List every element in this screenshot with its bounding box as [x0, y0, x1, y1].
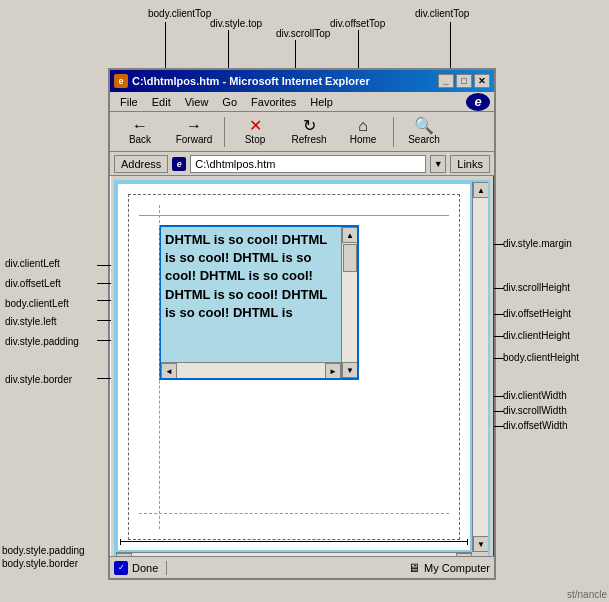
status-done-text: Done	[132, 562, 158, 574]
menu-go[interactable]: Go	[216, 94, 243, 110]
status-page-icon: ✓	[114, 561, 128, 575]
line-div-scroll-height	[494, 288, 504, 289]
back-icon: ←	[132, 118, 148, 134]
menu-favorites[interactable]: Favorites	[245, 94, 302, 110]
status-done-section: ✓ Done	[114, 561, 167, 575]
menu-bar: File Edit View Go Favorites Help e	[110, 92, 494, 112]
address-input[interactable]: C:\dhtmlpos.htm	[190, 155, 426, 173]
scroll-track-v	[342, 243, 357, 362]
line-div-style-left	[97, 320, 111, 321]
line-div-style-border	[97, 378, 111, 379]
line-div-scroll-width	[494, 411, 504, 412]
label-body-style-padding: body.style.padding	[2, 545, 85, 556]
toolbar-separator-1	[224, 117, 225, 147]
menu-help[interactable]: Help	[304, 94, 339, 110]
scroll-v[interactable]: ▲ ▼	[341, 227, 357, 378]
main-scroll-v[interactable]: ▲ ▼	[472, 182, 488, 552]
outer-dashed-border: ▲ ▼ ◄ ► DHTML is so cool! DHTML is so co…	[128, 194, 460, 540]
search-icon: 🔍	[414, 118, 434, 134]
line-div-offset-left	[97, 283, 111, 284]
div-content: DHTML is so cool! DHTML is so cool! DHTM…	[161, 227, 357, 342]
address-dropdown[interactable]: ▼	[430, 155, 446, 173]
menu-file[interactable]: File	[114, 94, 144, 110]
browser-icon: e	[114, 74, 128, 88]
scroll-down-button[interactable]: ▼	[342, 362, 358, 378]
label-body-style-border: body.style.border	[2, 558, 78, 569]
main-scroll-down[interactable]: ▼	[473, 536, 489, 552]
label-div-style-top: div.style.top	[210, 18, 262, 29]
label-div-style-left: div.style.left	[5, 316, 57, 327]
main-scroll-up[interactable]: ▲	[473, 182, 489, 198]
label-div-offset-top: div.offsetTop	[330, 18, 385, 29]
line-div-client-height	[494, 336, 504, 337]
label-div-style-padding: div.style.padding	[5, 336, 79, 347]
scroll-div[interactable]: ▲ ▼ ◄ ► DHTML is so cool! DHTML is so co…	[159, 225, 359, 380]
address-label: Address	[114, 155, 168, 173]
title-bar: e C:\dhtmlpos.htm - Microsoft Internet E…	[110, 70, 494, 92]
line-div-client-width	[494, 396, 504, 397]
refresh-label: Refresh	[291, 134, 326, 145]
menu-edit[interactable]: Edit	[146, 94, 177, 110]
home-icon: ⌂	[358, 118, 368, 134]
status-computer-section: 🖥 My Computer	[408, 561, 490, 575]
label-body-client-left: body.clientLeft	[5, 298, 69, 309]
stop-button[interactable]: ✕ Stop	[229, 114, 281, 150]
line-body-client-left	[97, 300, 111, 301]
address-bar: Address e C:\dhtmlpos.htm ▼ Links	[110, 152, 494, 176]
back-label: Back	[129, 134, 151, 145]
toolbar-separator-2	[393, 117, 394, 147]
label-div-client-height: div.clientHeight	[503, 330, 570, 341]
label-body-client-top: body.clientTop	[148, 8, 211, 19]
label-div-scroll-width: div.scrollWidth	[503, 405, 567, 416]
ie-logo: e	[466, 93, 490, 111]
label-div-scroll-top: div.scrollTop	[276, 28, 330, 39]
line-div-offset-width	[494, 426, 504, 427]
label-div-scroll-height: div.scrollHeight	[503, 282, 570, 293]
menu-view[interactable]: View	[179, 94, 215, 110]
browser-window: e C:\dhtmlpos.htm - Microsoft Internet E…	[108, 68, 496, 580]
line-div-style-padding	[97, 340, 111, 341]
label-div-client-width: div.clientWidth	[503, 390, 567, 401]
line-div-offset-height	[494, 314, 504, 315]
status-computer-text: My Computer	[424, 562, 490, 574]
label-div-offset-width: div.offsetWidth	[503, 420, 568, 431]
label-body-client-height: body.clientHeight	[503, 352, 579, 363]
label-div-client-top: div.clientTop	[415, 8, 469, 19]
content-area: ▲ ▼ ◄ ► DHTML is so cool! DHTML is so co…	[114, 180, 490, 570]
home-button[interactable]: ⌂ Home	[337, 114, 389, 150]
search-button[interactable]: 🔍 Search	[398, 114, 450, 150]
back-button[interactable]: ← Back	[114, 114, 166, 150]
scroll-track-h	[177, 363, 325, 378]
forward-icon: →	[186, 118, 202, 134]
address-icon: e	[172, 157, 186, 171]
scroll-right-button[interactable]: ►	[325, 363, 341, 379]
computer-icon: 🖥	[408, 561, 420, 575]
links-button[interactable]: Links	[450, 155, 490, 173]
close-button[interactable]: ✕	[474, 74, 490, 88]
label-div-style-border: div.style.border	[5, 374, 72, 385]
scroll-up-button[interactable]: ▲	[342, 227, 358, 243]
status-bar: ✓ Done 🖥 My Computer	[110, 556, 494, 578]
page-content: ▲ ▼ ◄ ► DHTML is so cool! DHTML is so co…	[118, 184, 470, 550]
label-div-offset-height: div.offsetHeight	[503, 308, 571, 319]
browser-title: C:\dhtmlpos.htm - Microsoft Internet Exp…	[132, 75, 370, 87]
watermark: st/nancle	[567, 589, 607, 600]
line-body-client-height	[494, 358, 504, 359]
refresh-icon: ↻	[303, 118, 316, 134]
refresh-button[interactable]: ↻ Refresh	[283, 114, 335, 150]
scroll-left-button[interactable]: ◄	[161, 363, 177, 379]
label-div-offset-left: div.offsetLeft	[5, 278, 61, 289]
stop-icon: ✕	[249, 118, 262, 134]
line-div-client-left	[97, 265, 111, 266]
line-div-style-margin	[494, 244, 504, 245]
main-scroll-track	[473, 198, 488, 536]
home-label: Home	[350, 134, 377, 145]
scroll-thumb-v[interactable]	[343, 244, 357, 272]
label-div-client-left: div.clientLeft	[5, 258, 60, 269]
scroll-h[interactable]: ◄ ►	[161, 362, 341, 378]
minimize-button[interactable]: _	[438, 74, 454, 88]
maximize-button[interactable]: □	[456, 74, 472, 88]
stop-label: Stop	[245, 134, 266, 145]
forward-button[interactable]: → Forward	[168, 114, 220, 150]
search-label: Search	[408, 134, 440, 145]
